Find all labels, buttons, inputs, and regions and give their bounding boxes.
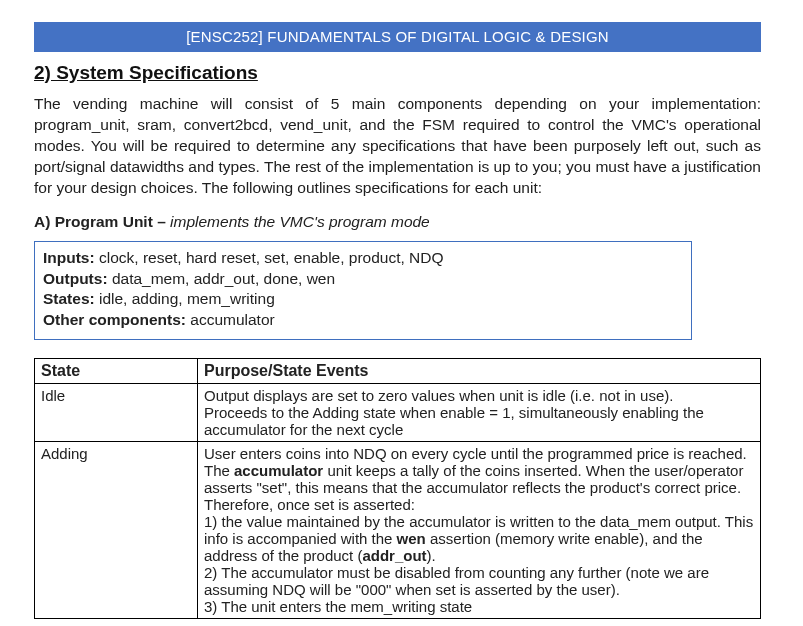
purpose-cell-idle: Output displays are set to zero values w… [198,384,761,442]
program-unit-label: A) Program Unit – [34,213,170,230]
program-unit-desc: implements the VMC's program mode [170,213,430,230]
states-label: States: [43,290,95,307]
purpose-cell-adding: User enters coins into NDQ on every cycl… [198,442,761,619]
adding-p4: 3) The unit enters the mem_writing state [204,598,472,615]
col-header-state: State [35,359,198,384]
outputs-value: data_mem, addr_out, done, wen [108,270,335,287]
program-unit-heading: A) Program Unit – implements the VMC's p… [34,213,761,231]
adding-p3: 2) The accumulator must be disabled from… [204,564,709,598]
io-specification-box: Inputs: clock, reset, hard reset, set, e… [34,241,692,341]
io-outputs-row: Outputs: data_mem, addr_out, done, wen [43,269,683,290]
idle-line2: Proceeds to the Adding state when enable… [204,404,704,438]
other-value: accumulator [186,311,275,328]
state-cell-idle: Idle [35,384,198,442]
table-header-row: State Purpose/State Events [35,359,761,384]
intro-paragraph: The vending machine will consist of 5 ma… [34,94,761,199]
table-row: Idle Output displays are set to zero val… [35,384,761,442]
adding-p2e: ). [427,547,436,564]
io-other-row: Other components: accumulator [43,310,683,331]
adding-p2d-bold: addr_out [362,547,426,564]
idle-line1: Output displays are set to zero values w… [204,387,673,404]
state-cell-adding: Adding [35,442,198,619]
adding-p1b-bold: accumulator [234,462,323,479]
io-inputs-row: Inputs: clock, reset, hard reset, set, e… [43,248,683,269]
states-value: idle, adding, mem_writing [95,290,275,307]
outputs-label: Outputs: [43,270,108,287]
io-states-row: States: idle, adding, mem_writing [43,289,683,310]
inputs-value: clock, reset, hard reset, set, enable, p… [95,249,444,266]
table-row: Adding User enters coins into NDQ on eve… [35,442,761,619]
col-header-purpose: Purpose/State Events [198,359,761,384]
section-heading: 2) System Specifications [34,62,761,84]
state-table: State Purpose/State Events Idle Output d… [34,358,761,619]
adding-p2b-bold: wen [397,530,426,547]
other-label: Other components: [43,311,186,328]
inputs-label: Inputs: [43,249,95,266]
course-banner: [ENSC252] FUNDAMENTALS OF DIGITAL LOGIC … [34,22,761,52]
